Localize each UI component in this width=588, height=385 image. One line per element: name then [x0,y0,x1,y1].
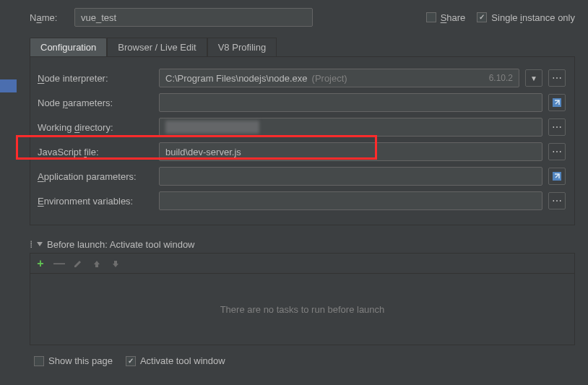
checkbox-icon [34,356,44,366]
move-up-button[interactable] [91,258,103,269]
tab-configuration[interactable]: Configuration [30,38,107,56]
row-javascript-file: JavaScript file: build\dev-server.js [38,139,566,164]
tab-panel-configuration: Node interpreter: C:\Program Files\nodej… [30,56,575,225]
checkbox-icon [126,356,136,366]
before-launch-header[interactable]: ⁞ Before launch: Activate tool window [30,238,575,250]
show-this-page-checkbox[interactable]: Show this page [34,355,113,366]
expand-node-parameters[interactable] [548,94,566,111]
name-label: Name: [30,12,74,23]
decorator-icon: ⁞ [30,238,33,250]
tabs-container: Configuration Browser / Live Edit V8 Pro… [30,36,575,225]
browse-javascript-file[interactable] [548,143,566,160]
row-working-directory: Working directory: [38,115,566,139]
label-javascript-file: JavaScript file: [38,147,153,157]
label-application-parameters: Application parameters: [38,171,153,182]
row-environment-variables: Environment variables: [38,189,566,213]
field-application-parameters[interactable] [159,167,542,186]
remove-task-button[interactable]: — [53,258,65,269]
tab-v8-profiling[interactable]: V8 Profiling [207,38,277,56]
expand-icon [552,171,562,181]
left-gutter [0,0,17,385]
browse-working-directory[interactable] [548,118,566,136]
field-node-interpreter[interactable]: C:\Program Files\nodejs\node.exe (Projec… [159,69,519,87]
dropdown-node-interpreter[interactable] [525,69,542,87]
arrow-down-icon [111,259,120,268]
value-node-interpreter: C:\Program Files\nodejs\node.exe [165,73,308,84]
show-this-page-label: Show this page [48,355,113,366]
before-launch-empty-text: There are no tasks to run before launch [220,304,385,315]
expand-icon [552,98,562,108]
tabs-bar: Configuration Browser / Live Edit V8 Pro… [30,36,575,56]
pencil-icon [74,259,82,268]
label-node-parameters: Node parameters: [38,98,153,108]
gutter-selection [0,79,17,92]
name-input[interactable] [74,8,313,27]
before-launch-toolbar: + — [30,253,575,273]
arrow-up-icon [92,259,101,268]
label-environment-variables: Environment variables: [38,196,153,207]
activate-tool-window-checkbox[interactable]: Activate tool window [126,355,225,366]
label-working-directory: Working directory: [38,122,153,133]
share-label: Share [441,12,466,23]
value-javascript-file: build\dev-server.js [165,147,241,157]
checkbox-icon [477,12,487,22]
checkbox-icon [426,12,436,22]
move-down-button[interactable] [110,258,121,269]
row-node-parameters: Node parameters: [38,90,566,115]
label-node-interpreter: Node interpreter: [38,73,153,84]
row-node-interpreter: Node interpreter: C:\Program Files\nodej… [38,66,566,90]
collapse-icon [37,242,43,246]
before-launch-body: There are no tasks to run before launch [30,273,575,345]
field-environment-variables[interactable] [159,191,542,210]
add-task-button[interactable]: + [35,258,46,269]
value-working-directory [165,121,259,134]
top-row: Name: Share Single instance only [30,4,575,30]
before-launch-footer: Show this page Activate tool window [30,355,575,366]
field-node-parameters[interactable] [159,93,542,112]
field-working-directory[interactable] [159,118,542,137]
before-launch-section: ⁞ Before launch: Activate tool window + … [30,238,575,366]
share-checkbox[interactable]: Share [426,12,466,23]
field-javascript-file[interactable]: build\dev-server.js [159,142,542,161]
main-panel: Name: Share Single instance only Configu… [17,0,588,385]
hint-node-interpreter: (Project) [312,73,347,84]
browse-node-interpreter[interactable] [548,69,566,87]
edit-task-button[interactable] [72,258,84,269]
browse-environment-variables[interactable] [548,192,566,209]
before-launch-title: Before launch: Activate tool window [47,239,195,250]
tab-browser-live-edit[interactable]: Browser / Live Edit [107,38,207,56]
version-node-interpreter: 6.10.2 [489,73,513,83]
single-instance-checkbox[interactable]: Single instance only [477,12,575,23]
row-application-parameters: Application parameters: [38,164,566,189]
activate-tool-window-label: Activate tool window [140,355,225,366]
expand-application-parameters[interactable] [548,168,566,185]
top-right-options: Share Single instance only [426,12,575,23]
single-instance-label: Single instance only [491,12,575,23]
